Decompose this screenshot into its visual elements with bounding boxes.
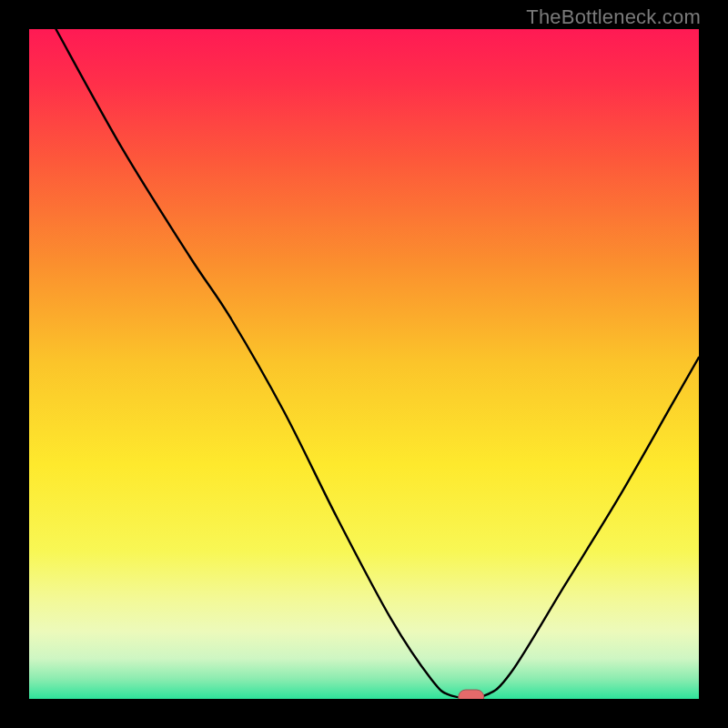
plot-area <box>29 29 699 699</box>
gradient-background <box>29 29 699 699</box>
optimal-marker <box>459 690 484 699</box>
chart-frame: TheBottleneck.com <box>0 0 728 728</box>
plot-svg <box>29 29 699 699</box>
watermark-text: TheBottleneck.com <box>526 5 701 29</box>
